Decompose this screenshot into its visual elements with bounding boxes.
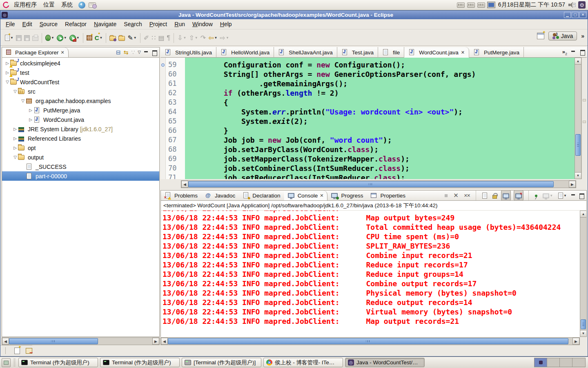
menu-window[interactable]: Window <box>189 20 216 28</box>
menu-run[interactable]: Run <box>171 20 189 28</box>
minimize-view-icon[interactable] <box>571 193 576 198</box>
run-external-icon[interactable]: ▼ <box>68 33 81 43</box>
task-button-2[interactable]: [Terminal (作为超级用户)] <box>182 358 261 367</box>
back-icon[interactable]: ⇦▼ <box>207 33 218 43</box>
console-tab-javadoc[interactable]: @Javadoc <box>201 191 239 200</box>
menu-source[interactable]: Source <box>36 20 61 28</box>
email-launcher-icon[interactable] <box>88 1 96 9</box>
tree-item[interactable]: _SUCCESS <box>2 162 159 171</box>
editor-tab-putmerge-java[interactable]: JPutMerge.java <box>469 47 524 58</box>
open-type-icon[interactable] <box>108 33 117 43</box>
tray-keyboard-icon-1[interactable] <box>457 2 465 8</box>
console-tab-progress[interactable]: Progress <box>327 191 367 200</box>
tree-item[interactable]: ▷Jclocksimplejee4 <box>2 58 159 68</box>
tray-keyboard-icon-3[interactable] <box>477 2 485 8</box>
remove-all-launches-icon[interactable]: ✕✕ <box>463 190 471 201</box>
debug-icon[interactable]: ▼ <box>44 33 56 43</box>
console-tab-properties[interactable]: Properties <box>367 191 409 200</box>
show-desktop-button[interactable] <box>2 358 11 367</box>
debian-logo-icon[interactable] <box>2 1 10 9</box>
scroll-right-icon[interactable]: ▶ <box>569 181 576 188</box>
tree-item[interactable]: ▽src <box>2 87 159 96</box>
close-tab-icon[interactable]: ✕ <box>320 193 323 198</box>
console-tab-problems[interactable]: ✕Problems <box>161 191 201 200</box>
menu-file[interactable]: File <box>2 20 19 28</box>
last-edit-location-icon[interactable]: ↷ <box>199 33 207 43</box>
perspective-overflow-chevron[interactable]: » <box>581 33 584 39</box>
scroll-left-icon[interactable]: ◀ <box>161 338 168 345</box>
new-class-icon[interactable]: C▼ <box>94 33 104 43</box>
scroll-up-icon[interactable]: ▲ <box>575 58 581 65</box>
pin-console-icon[interactable] <box>534 190 539 201</box>
print-icon[interactable] <box>31 33 40 43</box>
save-all-icon[interactable] <box>23 33 31 43</box>
editor-tab-test-java[interactable]: JTest.java <box>337 47 378 58</box>
console-hscrollbar[interactable]: ◀ ▶ <box>160 337 580 345</box>
tree-item[interactable]: part-r-00000 <box>2 171 159 181</box>
window-titlebar[interactable]: ◎ Java - WordCountTest/src/org/apache/ha… <box>0 11 588 19</box>
workspace-cell-4[interactable] <box>572 358 585 367</box>
mark-occurrences-icon[interactable]: ✐ <box>143 33 150 43</box>
previous-annotation-icon[interactable]: ⇧▼ <box>187 33 199 43</box>
close-view-icon[interactable]: ✕ <box>61 50 65 55</box>
show-source-icon[interactable]: ▤ <box>157 33 165 43</box>
tab-overflow-chevron[interactable]: »2 <box>562 49 567 56</box>
menu-navigate[interactable]: Navigate <box>90 20 120 28</box>
menu-project[interactable]: Project <box>146 20 171 28</box>
editor-tab-shelljavaant-java[interactable]: JShellJavaAnt.java <box>274 47 337 58</box>
scroll-lock-icon[interactable] <box>491 190 498 201</box>
minimize-button[interactable]: ▁ <box>564 12 571 18</box>
code-editor[interactable]: 59606162636465666768697071 Configuration… <box>160 58 575 179</box>
package-explorer-hscrollbar[interactable]: ◀ ▶ <box>2 337 160 345</box>
scroll-down-icon[interactable]: ▼ <box>575 172 581 179</box>
tree-item[interactable]: ▷JRE System Library [jdk1.6.0_27] <box>2 124 159 134</box>
open-console-icon[interactable]: ▼ <box>557 190 568 201</box>
panel-menu-1[interactable]: 位置 <box>40 1 58 9</box>
link-with-editor-icon[interactable]: ⇆ <box>124 49 129 56</box>
fast-view-new-icon[interactable] <box>14 348 20 354</box>
show-stdout-icon[interactable] <box>501 190 511 201</box>
run-icon[interactable]: ▼ <box>56 33 68 43</box>
tree-item[interactable]: ▷JWordCount.java <box>2 115 159 124</box>
tray-display-icon[interactable] <box>488 2 495 8</box>
tree-item[interactable]: ▷Referenced Libraries <box>2 134 159 143</box>
task-button-1[interactable]: Terminal (作为超级用户) <box>100 358 180 367</box>
tree-item[interactable]: ▽output <box>2 153 159 162</box>
open-resource-icon[interactable] <box>117 33 126 43</box>
package-explorer-tab[interactable]: Package Explorer ✕ <box>2 47 69 57</box>
console-output[interactable]: 13/06/18 22:44:53 INFO mapred.JobClient:… <box>160 211 580 337</box>
expanded-arrow-icon[interactable]: ▽ <box>12 155 18 159</box>
scroll-left-icon[interactable]: ◀ <box>181 181 188 188</box>
task-button-0[interactable]: Terminal (作为超级用户) <box>18 358 98 367</box>
editor-tab-stringutils-java[interactable]: JStringUtils.java <box>160 47 216 58</box>
workspace-cell-2[interactable] <box>547 358 560 367</box>
save-icon[interactable] <box>15 33 23 43</box>
new-java-project-icon[interactable] <box>85 33 94 43</box>
workspace-cell-1[interactable] <box>535 358 547 367</box>
show-whitespace-icon[interactable]: ∷ <box>150 33 157 43</box>
scroll-left-icon[interactable]: ◀ <box>2 338 9 345</box>
expanded-arrow-icon[interactable]: ▽ <box>12 89 18 94</box>
minimize-view-icon[interactable] <box>144 50 149 55</box>
display-console-icon[interactable]: ▼ <box>541 190 554 201</box>
tree-item[interactable]: ▽org.apache.hadoop.examples <box>2 96 159 105</box>
menu-help[interactable]: Help <box>216 20 236 28</box>
maximize-view-icon[interactable] <box>579 193 584 198</box>
focus-icon[interactable]: ∵ <box>131 49 135 56</box>
collapsed-arrow-icon[interactable]: ▷ <box>12 127 18 131</box>
panel-menu-0[interactable]: 应用程序 <box>11 1 40 9</box>
close-tab-icon[interactable]: ✕ <box>461 50 465 55</box>
remove-launch-icon[interactable]: ✕ <box>452 190 460 201</box>
maximize-editor-icon[interactable] <box>580 50 585 54</box>
expanded-arrow-icon[interactable]: ▽ <box>4 80 10 84</box>
show-stderr-icon[interactable] <box>514 190 523 201</box>
editor-overview-ruler[interactable] <box>581 58 587 179</box>
forward-icon[interactable]: ⇨▼ <box>218 33 230 43</box>
menu-edit[interactable]: Edit <box>19 20 36 28</box>
java-perspective-button[interactable]: J Java <box>548 31 577 40</box>
editor-tab-wordcount-java[interactable]: JWordCount.java✕ <box>404 47 469 58</box>
editor-tab-helloworld-java[interactable]: JHelloWorld.java <box>216 47 274 58</box>
format-icon[interactable]: ¶ <box>166 33 172 43</box>
tree-item[interactable]: ▷JPutMerge.java <box>2 105 159 115</box>
tree-item[interactable]: ▷Jtest <box>2 68 159 77</box>
